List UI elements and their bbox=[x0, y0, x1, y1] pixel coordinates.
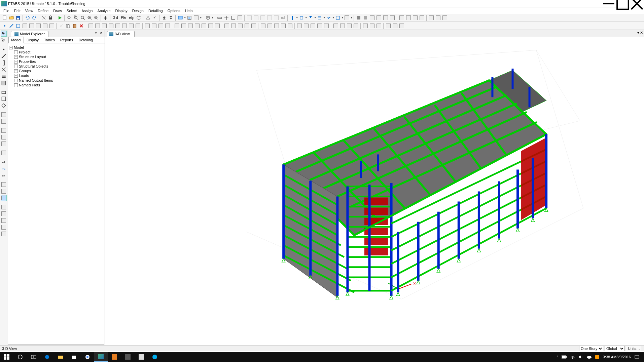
draw-column-icon[interactable] bbox=[1, 60, 7, 66]
run-icon[interactable] bbox=[57, 14, 63, 21]
connect-icon[interactable] bbox=[164, 23, 171, 29]
clr-tool-icon[interactable]: clr bbox=[1, 172, 7, 178]
draw-brace-icon[interactable] bbox=[1, 67, 7, 73]
zoom-rubber-icon[interactable] bbox=[66, 14, 72, 21]
collapse-icon[interactable]: − bbox=[9, 46, 13, 49]
snap-grid-icon[interactable] bbox=[323, 23, 329, 29]
detail-4-icon[interactable] bbox=[419, 14, 425, 21]
tree-item-structure-layout[interactable]: +Structure Layout bbox=[14, 54, 103, 59]
tree-item-named-plots[interactable]: +Named Plots bbox=[14, 83, 103, 87]
snap-perp-icon[interactable] bbox=[316, 23, 323, 29]
merge-icon[interactable] bbox=[157, 23, 164, 29]
close-button[interactable] bbox=[630, 0, 644, 7]
zoom-extents-icon[interactable] bbox=[73, 14, 79, 21]
assign-restraint-icon[interactable] bbox=[298, 14, 305, 21]
draw-poly-area-icon[interactable] bbox=[1, 103, 7, 109]
analysis-tool-6[interactable] bbox=[207, 23, 214, 29]
offset-icon[interactable] bbox=[135, 23, 141, 29]
assign-mass-icon[interactable] bbox=[334, 14, 341, 21]
show-selected-icon[interactable] bbox=[332, 23, 339, 29]
tree-root[interactable]: − Model bbox=[9, 45, 103, 50]
view-3d-button[interactable]: 3-d bbox=[112, 14, 119, 21]
misc-t2-icon[interactable] bbox=[435, 14, 441, 21]
expand-icon[interactable]: + bbox=[14, 55, 18, 59]
tray-onedrive-icon[interactable] bbox=[585, 352, 594, 362]
new-model-icon[interactable] bbox=[1, 14, 8, 21]
assign-misc-icon[interactable] bbox=[344, 14, 350, 21]
menu-options[interactable]: Options bbox=[165, 8, 183, 13]
perspective-icon[interactable] bbox=[145, 14, 151, 21]
cortana-icon[interactable] bbox=[13, 352, 27, 362]
view-elev-button[interactable]: elḛ bbox=[128, 14, 135, 21]
draw-link-icon[interactable] bbox=[1, 134, 7, 140]
results-3-icon[interactable] bbox=[375, 23, 382, 29]
assign-load-icon[interactable] bbox=[307, 14, 314, 21]
end-tool-3[interactable] bbox=[398, 23, 405, 29]
design-tool-1[interactable] bbox=[260, 23, 266, 29]
edge-icon[interactable] bbox=[40, 352, 54, 362]
snap-mid-icon[interactable] bbox=[303, 23, 309, 29]
expand-icon[interactable]: + bbox=[14, 79, 18, 82]
misc-draw-5[interactable] bbox=[1, 231, 7, 237]
menu-file[interactable]: File bbox=[1, 8, 12, 13]
named-view-icon[interactable] bbox=[237, 14, 243, 21]
analysis-tool-3[interactable] bbox=[187, 23, 193, 29]
menu-analyze[interactable]: Analyze bbox=[95, 8, 113, 13]
tree-item-loads[interactable]: +Loads bbox=[14, 73, 103, 78]
pointer-tool-icon[interactable] bbox=[1, 31, 7, 37]
units-button[interactable]: Units… bbox=[626, 346, 642, 351]
misc-draw-2[interactable] bbox=[1, 211, 7, 217]
set-view-icon[interactable] bbox=[177, 14, 183, 21]
sel-all-icon[interactable] bbox=[42, 23, 48, 29]
draw-rect-area-icon[interactable] bbox=[1, 96, 7, 102]
tree-item-project[interactable]: +Project bbox=[14, 50, 103, 54]
tab-detailing[interactable]: Detailing bbox=[76, 37, 96, 43]
align-icon[interactable] bbox=[151, 23, 157, 29]
expand-icon[interactable]: + bbox=[14, 65, 18, 68]
sel-solid-icon[interactable] bbox=[22, 23, 28, 29]
view-close-icon[interactable]: ✕ bbox=[640, 31, 643, 35]
tray-av-icon[interactable] bbox=[594, 352, 601, 362]
sel-area-icon[interactable] bbox=[15, 23, 21, 29]
show-all-icon[interactable] bbox=[346, 23, 352, 29]
reshape-tool-icon[interactable] bbox=[1, 37, 7, 43]
concrete-design-icon[interactable] bbox=[362, 14, 368, 21]
pan-icon[interactable] bbox=[102, 14, 109, 21]
zoom-prev-icon[interactable] bbox=[79, 14, 86, 21]
copy-icon[interactable] bbox=[65, 23, 71, 29]
menu-select[interactable]: Select bbox=[64, 8, 79, 13]
display-loads-5[interactable] bbox=[250, 23, 257, 29]
mesh-area-icon[interactable] bbox=[144, 23, 150, 29]
refresh-icon[interactable] bbox=[40, 14, 47, 21]
composite-beam-icon[interactable] bbox=[369, 14, 375, 21]
skype-icon[interactable] bbox=[148, 352, 162, 362]
view-menu-icon[interactable]: ▾ bbox=[637, 31, 639, 35]
draw-wall-quick-icon[interactable] bbox=[1, 118, 7, 124]
up-story-icon[interactable] bbox=[161, 14, 167, 21]
set-limits-icon[interactable] bbox=[186, 14, 192, 21]
expand-icon[interactable]: + bbox=[14, 83, 18, 87]
design-tool-3[interactable] bbox=[273, 23, 280, 29]
view-tab-3d[interactable]: 3-D View bbox=[107, 31, 135, 37]
tree-item-groups[interactable]: +Groups bbox=[14, 69, 103, 73]
minimize-button[interactable] bbox=[602, 0, 616, 7]
cube-icon[interactable] bbox=[205, 14, 211, 21]
design-tool-4[interactable] bbox=[280, 23, 286, 29]
show-desktop-button[interactable] bbox=[641, 352, 643, 362]
replicate-icon[interactable] bbox=[87, 23, 94, 29]
snap-int-icon[interactable] bbox=[310, 23, 316, 29]
draw-wall-icon[interactable] bbox=[1, 80, 7, 86]
app-task-2[interactable] bbox=[121, 352, 135, 362]
snap-end-icon[interactable] bbox=[296, 23, 302, 29]
panel-menu-icon[interactable]: ▾ bbox=[94, 31, 98, 35]
hide-selected-icon[interactable] bbox=[339, 23, 346, 29]
tab-display[interactable]: Display bbox=[24, 37, 41, 43]
all-tool-icon[interactable]: all bbox=[1, 159, 7, 165]
tree-item-structural-objects[interactable]: +Structural Objects bbox=[14, 64, 103, 69]
assign-spring-icon[interactable] bbox=[325, 14, 332, 21]
display-loads-1[interactable] bbox=[223, 23, 230, 29]
undo-icon[interactable] bbox=[24, 14, 31, 21]
viewport-3d[interactable]: X bbox=[105, 37, 644, 345]
open-icon[interactable] bbox=[8, 14, 14, 21]
store-icon[interactable] bbox=[67, 352, 81, 362]
